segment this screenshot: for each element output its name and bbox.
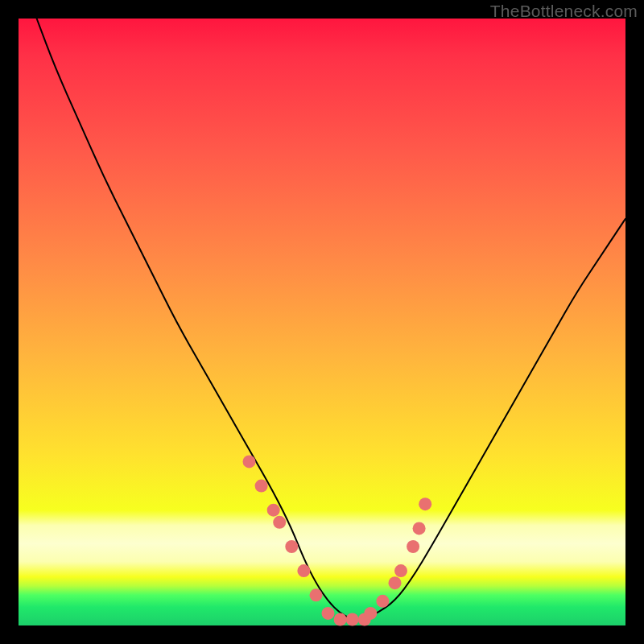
- highlight-dot: [310, 588, 323, 601]
- highlight-dot: [407, 540, 419, 553]
- highlight-dot: [255, 480, 268, 493]
- highlight-dot: [334, 613, 347, 626]
- highlight-dot: [413, 522, 426, 535]
- highlight-dot: [285, 540, 298, 553]
- highlight-dot: [297, 564, 310, 577]
- highlight-dot: [364, 607, 377, 620]
- bottleneck-curve: [37, 19, 625, 620]
- highlight-dot: [376, 595, 389, 608]
- chart-overlay: [19, 19, 625, 625]
- highlight-dot: [419, 497, 431, 510]
- watermark-text: TheBottleneck.com: [490, 2, 638, 21]
- chart-plot-area: [19, 19, 625, 625]
- highlight-dot: [346, 613, 359, 626]
- highlight-dot: [322, 607, 335, 620]
- chart-frame: TheBottleneck.com: [0, 0, 644, 644]
- highlight-dot: [267, 504, 280, 517]
- highlight-dot: [389, 576, 402, 589]
- highlight-dots-group: [243, 455, 432, 625]
- highlight-dot: [394, 564, 407, 577]
- highlight-dot: [243, 455, 256, 468]
- highlight-dot: [273, 516, 286, 529]
